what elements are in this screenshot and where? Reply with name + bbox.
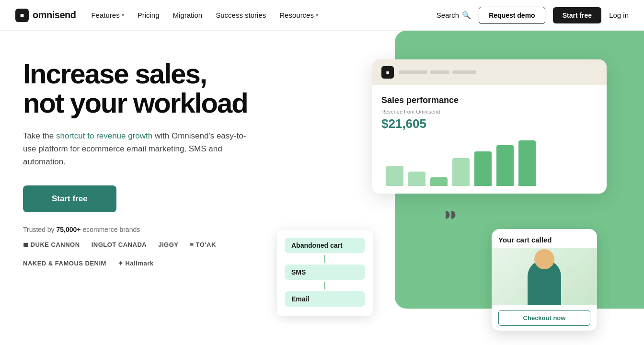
- sound-icon: ◗◗: [445, 208, 456, 220]
- brand-duke-cannon: ◼ DUKE CANNON: [23, 241, 80, 248]
- bar-3: [430, 177, 448, 186]
- search-icon: 🔍: [462, 11, 471, 20]
- nav-pricing[interactable]: Pricing: [138, 11, 160, 19]
- checkout-now-button[interactable]: Checkout now: [498, 310, 590, 326]
- card-header: ■: [372, 59, 607, 85]
- header-line: [430, 70, 449, 74]
- bar-4: [452, 158, 470, 186]
- sales-performance-card: ■ Sales performance Revenue from Omnisen…: [372, 59, 607, 194]
- cart-notification-card: Your cart called Checkout now: [492, 229, 597, 331]
- header-line: [452, 70, 476, 74]
- bar-5: [474, 151, 492, 186]
- start-free-nav-button[interactable]: Start free: [553, 7, 601, 23]
- flow-sms: SMS: [285, 264, 365, 280]
- brand-toak: ≡ TO'AK: [190, 241, 216, 248]
- navbar: ■ omnisend Features ▾ Pricing Migration …: [0, 0, 644, 31]
- hero-subtext: Take the shortcut to revenue growth with…: [23, 129, 253, 169]
- flow-connector: [324, 282, 325, 289]
- person-head: [534, 249, 554, 269]
- bar-6: [496, 145, 514, 186]
- logo[interactable]: ■ omnisend: [15, 9, 76, 22]
- card-body: Sales performance Revenue from Omnisend …: [372, 85, 607, 194]
- cart-card-title: Your cart called: [492, 229, 597, 248]
- hero-section: Increase sales, not your workload Take t…: [0, 31, 644, 345]
- chevron-down-icon: ▾: [122, 12, 124, 18]
- flow-email: Email: [285, 291, 365, 307]
- flow-connector: [324, 255, 325, 263]
- start-free-hero-button[interactable]: Start free: [23, 185, 116, 212]
- bar-chart: [381, 138, 597, 186]
- bar-2: [408, 172, 426, 186]
- sales-performance-title: Sales performance: [381, 95, 597, 106]
- brand-logos: ◼ DUKE CANNON INGLOT CANADA JiGGY ≡ TO'A…: [23, 241, 287, 267]
- logo-icon: ■: [15, 9, 29, 22]
- trusted-text: Trusted by 75,000+ ecommerce brands: [23, 226, 287, 233]
- brand-inglot: INGLOT CANADA: [92, 241, 147, 248]
- bar-1: [386, 166, 403, 186]
- nav-right: Search 🔍 Request demo Start free Log in: [437, 7, 629, 24]
- flow-abandoned-cart: Abandoned cart: [285, 238, 365, 253]
- hero-right: ■ Sales performance Revenue from Omnisen…: [287, 50, 621, 345]
- log-in-button[interactable]: Log in: [609, 11, 629, 19]
- search-button[interactable]: Search 🔍: [437, 11, 472, 20]
- bar-7: [518, 140, 536, 186]
- hero-left: Increase sales, not your workload Take t…: [23, 50, 287, 267]
- request-demo-button[interactable]: Request demo: [479, 7, 545, 24]
- nav-features[interactable]: Features ▾: [91, 11, 124, 19]
- brand-jiggy: JiGGY: [158, 241, 178, 248]
- nav-links: Features ▾ Pricing Migration Success sto…: [91, 11, 436, 19]
- header-decorations: [399, 70, 476, 74]
- nav-success-stories[interactable]: Success stories: [216, 11, 266, 19]
- brand-hallmark: ✦ Hallmark: [118, 260, 154, 267]
- nav-resources[interactable]: Resources ▾: [279, 11, 318, 19]
- logo-text: omnisend: [33, 10, 76, 21]
- automation-flow-card: Abandoned cart SMS Email: [277, 230, 373, 316]
- card-logo: ■: [381, 66, 394, 79]
- person-body: [528, 260, 561, 305]
- revenue-amount: $21,605: [381, 116, 597, 131]
- revenue-label: Revenue from Omnisend: [381, 109, 597, 115]
- hero-heading: Increase sales, not your workload: [23, 59, 287, 118]
- brand-naked-famous: NAKED & FAMOUS DENIM: [23, 260, 106, 267]
- header-line: [399, 70, 427, 74]
- cart-card-image: [492, 248, 597, 305]
- nav-migration[interactable]: Migration: [173, 11, 203, 19]
- chevron-down-icon: ▾: [316, 12, 318, 18]
